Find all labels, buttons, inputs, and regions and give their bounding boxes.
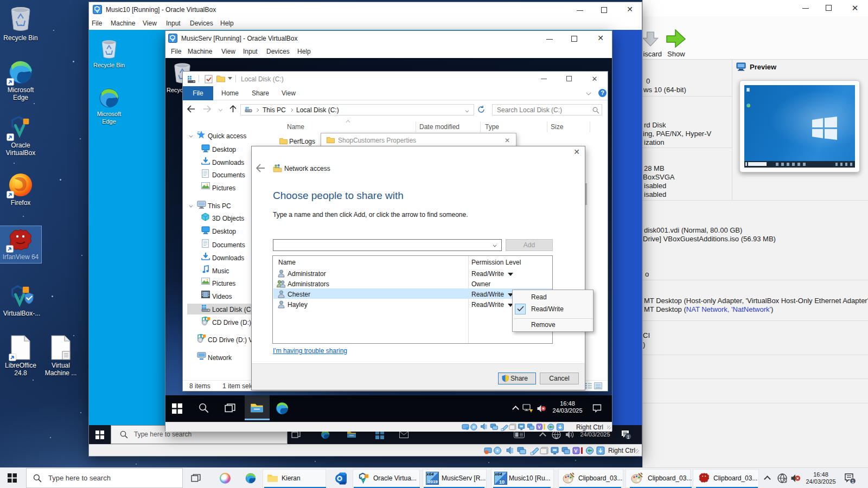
svg-text:1: 1 (851, 479, 854, 484)
svg-text:1: 1 (627, 434, 629, 440)
